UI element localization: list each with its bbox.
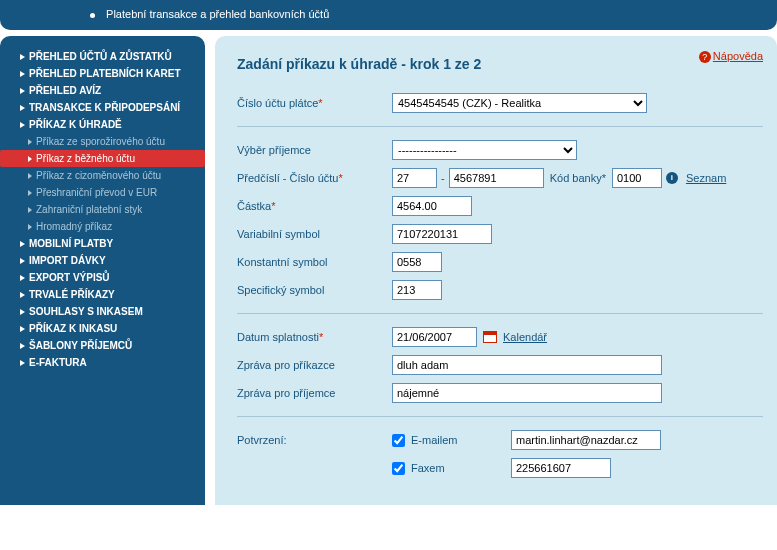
- nav-prehled-uctu[interactable]: PŘEHLED ÚČTŮ A ZŮSTATKŮ: [0, 48, 205, 65]
- bank-code-input[interactable]: [612, 168, 662, 188]
- help-link[interactable]: ?Nápověda: [699, 50, 763, 63]
- msg-recipient-input[interactable]: [392, 383, 662, 403]
- label-email: E-mailem: [411, 434, 511, 446]
- question-icon: ?: [699, 51, 711, 63]
- arrow-icon: [20, 241, 25, 247]
- label-confirmation: Potvrzení:: [237, 434, 392, 446]
- arrow-icon: [28, 224, 32, 230]
- var-symbol-input[interactable]: [392, 224, 492, 244]
- nav-prehled-aviz[interactable]: PŘEHLED AVÍZ: [0, 82, 205, 99]
- nav-sub-zahranicni[interactable]: Zahraniční platební styk: [0, 201, 205, 218]
- label-amount: Částka*: [237, 200, 392, 212]
- arrow-icon: [20, 275, 25, 281]
- label-recipient: Výběr příjemce: [237, 144, 392, 156]
- amount-input[interactable]: [392, 196, 472, 216]
- label-msg-payer: Zpráva pro příkazce: [237, 359, 392, 371]
- nav-efaktura[interactable]: E-FAKTURA: [0, 354, 205, 371]
- label-payer-account: Číslo účtu plátce*: [237, 97, 392, 109]
- calendar-link[interactable]: Kalendář: [503, 331, 547, 343]
- nav-trvale[interactable]: TRVALÉ PŘÍKAZY: [0, 286, 205, 303]
- nav-sub-eur[interactable]: Přeshraniční převod v EUR: [0, 184, 205, 201]
- arrow-icon: [20, 343, 25, 349]
- fax-checkbox[interactable]: [392, 462, 405, 475]
- header-text: Platební transakce a přehled bankovních …: [106, 8, 329, 20]
- prefix-input[interactable]: [392, 168, 437, 188]
- nav-inkaso-souhlas[interactable]: SOUHLASY S INKASEM: [0, 303, 205, 320]
- arrow-icon: [20, 326, 25, 332]
- divider: [237, 416, 763, 417]
- nav-sub-bezny[interactable]: Příkaz z běžného účtu: [0, 150, 205, 167]
- label-fax: Faxem: [411, 462, 511, 474]
- arrow-icon: [20, 105, 25, 111]
- arrow-icon: [20, 309, 25, 315]
- due-date-input[interactable]: [392, 327, 477, 347]
- arrow-icon: [20, 71, 25, 77]
- recipient-select[interactable]: ----------------: [392, 140, 577, 160]
- nav-sub-sporozirovy[interactable]: Příkaz ze sporožirového účtu: [0, 133, 205, 150]
- account-input[interactable]: [449, 168, 544, 188]
- arrow-icon: [28, 173, 32, 179]
- arrow-icon: [20, 258, 25, 264]
- main-content: ?Nápověda Zadání příkazu k úhradě - krok…: [215, 36, 777, 505]
- nav-inkaso-prikaz[interactable]: PŘÍKAZ K INKASU: [0, 320, 205, 337]
- label-msg-recipient: Zpráva pro příjemce: [237, 387, 392, 399]
- nav-sablony[interactable]: ŠABLONY PŘÍJEMCŮ: [0, 337, 205, 354]
- bullet-icon: [90, 13, 95, 18]
- page-title: Zadání příkazu k úhradě - krok 1 ze 2: [237, 56, 763, 72]
- divider: [237, 313, 763, 314]
- nav-prikaz-uhrade[interactable]: PŘÍKAZ K ÚHRADĚ: [0, 116, 205, 133]
- payer-account-select[interactable]: 4545454545 (CZK) - Realitka: [392, 93, 647, 113]
- nav-export[interactable]: EXPORT VÝPISŮ: [0, 269, 205, 286]
- info-icon: i: [666, 172, 678, 184]
- arrow-icon: [28, 156, 32, 162]
- top-header: Platební transakce a přehled bankovních …: [0, 0, 777, 30]
- arrow-icon: [28, 207, 32, 213]
- label-var-symbol: Variabilní symbol: [237, 228, 392, 240]
- fax-input[interactable]: [511, 458, 611, 478]
- label-bank-code: Kód banky*: [550, 172, 606, 184]
- sidebar-nav: PŘEHLED ÚČTŮ A ZŮSTATKŮ PŘEHLED PLATEBNÍ…: [0, 36, 205, 505]
- email-checkbox[interactable]: [392, 434, 405, 447]
- arrow-icon: [28, 190, 32, 196]
- arrow-icon: [28, 139, 32, 145]
- const-symbol-input[interactable]: [392, 252, 442, 272]
- nav-sub-cizomenovy[interactable]: Příkaz z cizoměnového účtu: [0, 167, 205, 184]
- arrow-icon: [20, 54, 25, 60]
- label-prefix-account: Předčíslí - Číslo účtu*: [237, 172, 392, 184]
- msg-payer-input[interactable]: [392, 355, 662, 375]
- email-input[interactable]: [511, 430, 661, 450]
- nav-mobilni[interactable]: MOBILNÍ PLATBY: [0, 235, 205, 252]
- dash-separator: -: [441, 172, 445, 184]
- label-spec-symbol: Specifický symbol: [237, 284, 392, 296]
- arrow-icon: [20, 88, 25, 94]
- nav-prehled-karet[interactable]: PŘEHLED PLATEBNÍCH KARET: [0, 65, 205, 82]
- nav-import[interactable]: IMPORT DÁVKY: [0, 252, 205, 269]
- calendar-icon[interactable]: [483, 331, 497, 343]
- arrow-icon: [20, 122, 25, 128]
- label-due-date: Datum splatnosti*: [237, 331, 392, 343]
- label-const-symbol: Konstantní symbol: [237, 256, 392, 268]
- arrow-icon: [20, 360, 25, 366]
- arrow-icon: [20, 292, 25, 298]
- nav-transakce[interactable]: TRANSAKCE K PŘIPODEPSÁNÍ: [0, 99, 205, 116]
- spec-symbol-input[interactable]: [392, 280, 442, 300]
- seznam-link[interactable]: Seznam: [686, 172, 726, 184]
- divider: [237, 126, 763, 127]
- nav-sub-hromadny[interactable]: Hromadný příkaz: [0, 218, 205, 235]
